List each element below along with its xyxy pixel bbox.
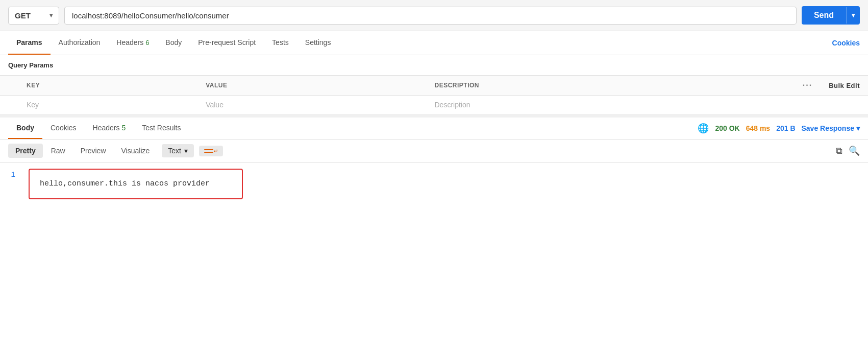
tab-authorization[interactable]: Authorization (51, 31, 109, 55)
tab-headers[interactable]: Headers 6 (108, 31, 157, 55)
viewer-tab-raw[interactable]: Raw (44, 144, 72, 158)
response-tab-test-results[interactable]: Test Results (134, 118, 189, 139)
tab-settings[interactable]: Settings (297, 31, 339, 55)
tab-body[interactable]: Body (157, 31, 190, 55)
code-area: hello,consumer.this is nacos provider (20, 163, 868, 205)
row-dots (795, 96, 821, 114)
response-tabs: Body Cookies Headers 5 Test Results 🌐 20… (0, 118, 868, 140)
viewer-tab-pretty[interactable]: Pretty (8, 144, 43, 158)
viewer-tab-preview[interactable]: Preview (73, 144, 113, 158)
query-params-title: Query Params (0, 55, 868, 75)
response-tab-body[interactable]: Body (8, 118, 42, 139)
description-placeholder[interactable]: Description (426, 96, 794, 114)
save-response-button[interactable]: Save Response ▾ (802, 124, 860, 132)
method-selector[interactable]: GET ▾ (8, 7, 59, 25)
three-dots-icon: ··· (803, 81, 812, 89)
wrap-icon[interactable]: ↵ (199, 146, 223, 156)
response-content: 1 hello,consumer.this is nacos provider (0, 163, 868, 205)
dots-header: ··· (795, 76, 821, 96)
format-chevron-icon: ▾ (184, 147, 188, 155)
params-placeholder-row: Key Value Description (0, 96, 868, 114)
response-text: hello,consumer.this is nacos provider (40, 179, 210, 188)
key-placeholder[interactable]: Key (18, 96, 197, 114)
status-size: 201 B (776, 124, 795, 132)
status-ok: 200 OK (715, 124, 739, 132)
key-header: KEY (18, 76, 197, 96)
method-chevron-icon: ▾ (49, 12, 53, 19)
tab-prerequest[interactable]: Pre-request Script (190, 31, 264, 55)
params-header-row: KEY VALUE DESCRIPTION ··· Bulk Edit (0, 76, 868, 96)
request-tabs: Params Authorization Headers 6 Body Pre-… (0, 31, 868, 55)
cookies-link[interactable]: Cookies (832, 32, 860, 54)
search-icon[interactable]: 🔍 (849, 145, 860, 156)
status-time: 648 ms (746, 124, 770, 132)
action-icons: ⧉ 🔍 (836, 145, 860, 156)
bulk-edit-header[interactable]: Bulk Edit (821, 76, 868, 96)
response-tab-headers[interactable]: Headers 5 (85, 118, 134, 139)
tab-params[interactable]: Params (8, 31, 51, 55)
send-button[interactable]: Send ▾ (802, 6, 860, 25)
response-section: Body Cookies Headers 5 Test Results 🌐 20… (0, 114, 868, 205)
response-tab-cookies[interactable]: Cookies (42, 118, 85, 139)
method-label: GET (15, 11, 31, 20)
save-response-chevron-icon: ▾ (856, 124, 860, 132)
viewer-tabs: Pretty Raw Preview Visualize Text ▾ ↵ ⧉ … (0, 140, 868, 163)
top-bar: GET ▾ Send ▾ (0, 0, 868, 31)
send-label: Send (802, 6, 846, 25)
row-bulk (821, 96, 868, 114)
checkbox-header (0, 76, 18, 96)
globe-icon: 🌐 (698, 123, 709, 134)
row-checkbox (0, 96, 18, 114)
wrap-arrow-icon: ↵ (214, 148, 218, 154)
url-input[interactable] (64, 7, 797, 25)
response-meta: 🌐 200 OK 648 ms 201 B Save Response ▾ (698, 123, 860, 134)
response-box: hello,consumer.this is nacos provider (29, 169, 243, 199)
format-label: Text (168, 147, 181, 155)
line-numbers: 1 (0, 163, 20, 205)
wrap-lines-icon (204, 149, 213, 153)
copy-icon[interactable]: ⧉ (836, 146, 842, 156)
viewer-tab-visualize[interactable]: Visualize (114, 144, 157, 158)
description-header: DESCRIPTION (426, 76, 794, 96)
tab-tests[interactable]: Tests (264, 31, 297, 55)
send-chevron-icon: ▾ (846, 7, 860, 24)
value-header: VALUE (197, 76, 426, 96)
params-table: KEY VALUE DESCRIPTION ··· Bulk Edit Key … (0, 75, 868, 114)
value-placeholder[interactable]: Value (197, 96, 426, 114)
format-selector[interactable]: Text ▾ (162, 144, 194, 157)
